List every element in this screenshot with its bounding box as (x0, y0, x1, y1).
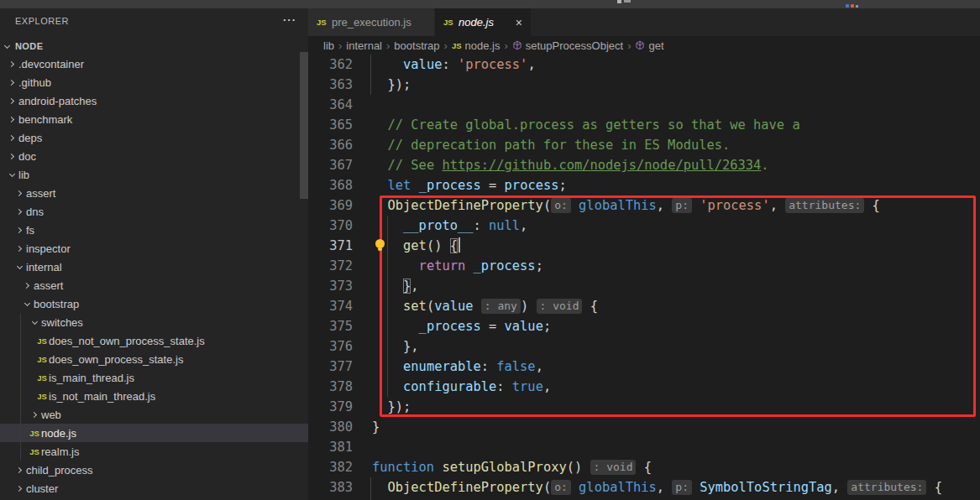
tree-item-label: deps (18, 132, 42, 144)
section-header-node[interactable]: NODE (0, 37, 308, 55)
tree-item-bootstrap[interactable]: bootstrap (0, 294, 308, 313)
js-icon: JS (35, 336, 49, 346)
code-line-365[interactable]: 365 // Create global.process as getters … (308, 115, 980, 135)
tree-item-internal[interactable]: internal (0, 258, 308, 276)
line-number: 376 (308, 336, 353, 357)
code-line-377[interactable]: 377 enumerable: false, (308, 357, 980, 377)
tab-pre-execution-js[interactable]: JS pre_execution.js (308, 8, 435, 36)
code-line-378[interactable]: 378 configurable: true, (308, 377, 980, 397)
code-line-380[interactable]: 380} (308, 417, 980, 437)
tree-item-fs[interactable]: fs (0, 221, 308, 239)
line-number: 379 (308, 397, 353, 417)
tree-item-lib[interactable]: lib (0, 165, 308, 184)
tree-item-assert[interactable]: assert (0, 184, 308, 202)
close-icon[interactable]: × (516, 17, 522, 29)
line-number: 377 (308, 357, 353, 377)
window-titlebar (0, 0, 980, 8)
breadcrumb-item-get[interactable]: get (635, 39, 663, 52)
tree-item-label: realm.js (41, 445, 80, 458)
breadcrumb-item-setupprocessobject[interactable]: setupProcessObject (512, 39, 623, 52)
tree-item-assert[interactable]: assert (0, 276, 308, 294)
code-line-370[interactable]: 370 __proto__: null, (308, 216, 980, 236)
code-line-381[interactable]: 381 (308, 437, 980, 457)
chevron-down-icon (28, 321, 41, 324)
breadcrumb-label: lib (323, 39, 334, 52)
code-line-375[interactable]: 375 _process = value; (308, 316, 980, 336)
tree-item-does-not-own-process-state-js[interactable]: JSdoes_not_own_process_state.js (0, 331, 308, 350)
code-line-376[interactable]: 376 }, (308, 336, 980, 357)
line-number: 369 (308, 195, 353, 216)
more-actions-icon[interactable]: ··· (283, 13, 296, 26)
line-content: // Create global.process as getters so t… (372, 115, 800, 135)
breadcrumb-item-node-js[interactable]: JSnode.js (452, 39, 500, 52)
tree-item-label: web (41, 409, 61, 421)
tree-item-dns[interactable]: dns (0, 202, 308, 221)
tree-item--devcontainer[interactable]: .devcontainer (0, 55, 308, 73)
line-number: 383 (308, 477, 353, 497)
tree-item-label: fs (26, 224, 34, 237)
code-line-382[interactable]: 382function setupGlobalProxy() : void { (308, 457, 980, 477)
breadcrumb-item-lib[interactable]: lib (323, 39, 334, 52)
code-line-366[interactable]: 366 // deprecation path for these in ES … (308, 135, 980, 155)
sidebar-scrollbar[interactable] (300, 52, 308, 199)
code-line-371[interactable]: 371 get() { (308, 236, 980, 256)
clipped-title-icon (856, 5, 858, 8)
breadcrumb-label: internal (346, 39, 382, 52)
line-number: 378 (308, 377, 353, 397)
code-line-374[interactable]: 374 set(value : any) : void { (308, 296, 980, 316)
line-content: _process = value; (372, 316, 551, 336)
code-line-362[interactable]: 362 value: 'process', (308, 55, 980, 75)
tree-item-label: switches (41, 316, 83, 329)
tree-item-benchmark[interactable]: benchmark (0, 110, 308, 128)
tree-item-is-not-main-thread-js[interactable]: JSis_not_main_thread.js (0, 387, 308, 405)
line-number: 368 (308, 175, 353, 195)
tree-item-is-main-thread-js[interactable]: JSis_main_thread.js (0, 368, 308, 387)
breadcrumb-item-internal[interactable]: internal (346, 39, 382, 52)
chevron-down-icon (5, 174, 18, 176)
quick-fix-lightbulb-icon[interactable] (375, 239, 385, 252)
code-line-367[interactable]: 367 // See https://github.com/nodejs/nod… (308, 155, 980, 175)
tree-item-web[interactable]: web (0, 405, 308, 424)
tree-item-deps[interactable]: deps (0, 128, 308, 147)
code-line-379[interactable]: 379 }); (308, 397, 980, 417)
code-editor[interactable]: 362 value: 'process',363 });364365 // Cr… (308, 55, 980, 500)
tree-item-inspector[interactable]: inspector (0, 239, 308, 258)
code-line-373[interactable]: 373 }, (308, 276, 980, 296)
tree-item-cluster[interactable]: cluster (0, 479, 308, 497)
tree-item-doc[interactable]: doc (0, 147, 308, 165)
tree-item-android-patches[interactable]: android-patches (0, 91, 308, 110)
code-line-368[interactable]: 368 let _process = process; (308, 175, 980, 195)
line-content: }); (372, 75, 411, 95)
line-content: }, (372, 336, 419, 357)
tree-item-child-process[interactable]: child_process (0, 461, 308, 479)
breadcrumb-item-bootstrap[interactable]: bootstrap (394, 39, 439, 52)
code-line-383[interactable]: 383 ObjectDefineProperty(o: globalThis, … (308, 477, 980, 497)
line-content: }, (372, 276, 419, 296)
tree-item-realm-js[interactable]: JSrealm.js (0, 442, 308, 461)
code-line-364[interactable]: 364 (308, 95, 980, 115)
breadcrumb-separator: › (627, 39, 631, 52)
tree-item-does-own-process-state-js[interactable]: JSdoes_own_process_state.js (0, 350, 308, 368)
tree-item-node-js[interactable]: JSnode.js (0, 424, 308, 442)
explorer-pane-title: EXPLORER (15, 16, 69, 26)
tree-item-label: android-patches (18, 95, 97, 107)
line-number: 362 (308, 55, 353, 75)
line-content: __proto__: null, (372, 216, 527, 236)
js-icon: JS (35, 355, 49, 364)
code-line-369[interactable]: 369 ObjectDefineProperty(o: globalThis, … (308, 195, 980, 216)
chevron-right-icon (13, 468, 26, 472)
tree-item-label: cluster (26, 482, 58, 495)
tree-item-label: lib (18, 169, 29, 181)
line-number: 365 (308, 115, 353, 135)
tab-node-js[interactable]: JS node.js × (435, 8, 532, 36)
tree-item--github[interactable]: .github (0, 73, 308, 91)
tree-item-switches[interactable]: switches (0, 313, 308, 331)
inlay-hint: attributes: (847, 480, 926, 495)
code-line-363[interactable]: 363 }); (308, 75, 980, 95)
line-number: 370 (308, 216, 353, 236)
tree-item-label: assert (26, 187, 55, 200)
indent-guide (370, 55, 371, 95)
line-number: 367 (308, 155, 353, 175)
code-line-372[interactable]: 372 return _process; (308, 256, 980, 276)
tree-item-label: .github (18, 76, 51, 89)
